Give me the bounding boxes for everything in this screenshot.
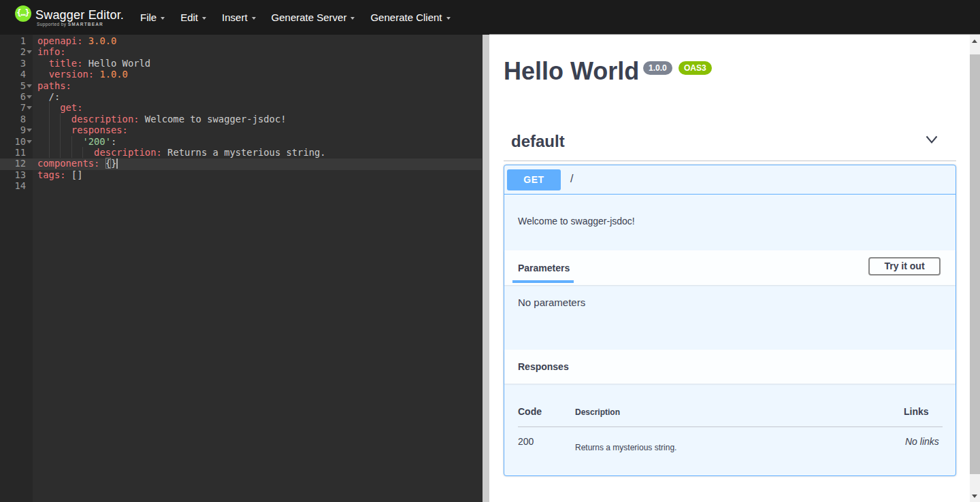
menu-insert-label: Insert — [222, 12, 248, 23]
fold-arrow-icon[interactable] — [27, 106, 32, 110]
editor-lines: 1openapi: 3.0.02info:3 title: Hello Worl… — [0, 35, 482, 192]
line-number: 5 — [0, 80, 26, 91]
caret-down-icon — [202, 17, 206, 20]
menu-insert[interactable]: Insert — [222, 12, 256, 23]
line-number: 3 — [0, 58, 26, 69]
code-text: description: Returns a mysterious string… — [37, 147, 326, 158]
code-text: /: — [37, 91, 60, 102]
operation-block — [504, 165, 956, 476]
responses-col-code: Code — [518, 406, 542, 417]
menu-generate-server-label: Generate Server — [272, 12, 347, 23]
fold-arrow-icon[interactable] — [27, 140, 32, 144]
code-line-4[interactable]: 4 version: 1.0.0 — [0, 69, 482, 80]
code-line-11[interactable]: 11 description: Returns a mysterious str… — [0, 147, 482, 158]
line-number: 2 — [0, 46, 26, 57]
caret-down-icon — [252, 17, 256, 20]
code-text: description: Welcome to swagger-jsdoc! — [37, 114, 287, 124]
tag-divider — [504, 161, 956, 161]
responses-col-description: Description — [575, 407, 620, 417]
code-line-8[interactable]: 8 description: Welcome to swagger-jsdoc! — [0, 114, 482, 124]
code-line-12[interactable]: 12components: {} — [0, 158, 482, 169]
tagline-prefix: Supported by — [37, 22, 68, 27]
menu-generate-server[interactable]: Generate Server — [272, 12, 355, 23]
menu-generate-client-label: Generate Client — [370, 12, 442, 23]
caret-down-icon — [446, 17, 451, 20]
responses-title: Responses — [518, 361, 569, 372]
code-text: get: — [37, 102, 82, 113]
code-text: responses: — [37, 124, 128, 135]
parameters-tab-underline — [512, 280, 574, 283]
oas3-badge: OAS3 — [679, 61, 712, 75]
menu-file-label: File — [140, 12, 157, 23]
menu-file[interactable]: File — [140, 12, 165, 23]
no-parameters-text: No parameters — [518, 297, 585, 308]
scrollbar-thumb[interactable] — [970, 54, 980, 474]
parameters-tab[interactable]: Parameters — [518, 263, 570, 273]
responses-table-divider — [518, 426, 943, 427]
api-title: Hello World — [504, 57, 639, 86]
fold-arrow-icon[interactable] — [27, 95, 32, 99]
code-line-5[interactable]: 5paths: — [0, 80, 482, 91]
fold-arrow-icon[interactable] — [27, 129, 32, 132]
line-number: 4 — [0, 69, 26, 80]
code-line-3[interactable]: 3 title: Hello World — [0, 58, 482, 69]
code-text: paths: — [37, 80, 71, 91]
operation-description: Welcome to swagger-jsdoc! — [518, 216, 635, 227]
code-text: info: — [37, 46, 66, 57]
response-code: 200 — [518, 436, 534, 447]
scrollbar-up-arrow[interactable] — [972, 39, 977, 43]
code-text: tags: [] — [37, 169, 82, 180]
code-line-14[interactable]: 14 — [0, 180, 482, 191]
line-number: 8 — [0, 114, 26, 124]
responses-col-links: Links — [904, 406, 929, 417]
collapse-chevron-icon[interactable] — [926, 135, 938, 144]
menu-generate-client[interactable]: Generate Client — [370, 12, 450, 23]
fold-arrow-icon[interactable] — [27, 84, 32, 88]
code-text: version: 1.0.0 — [37, 69, 128, 80]
fold-arrow-icon[interactable] — [27, 50, 32, 54]
code-line-7[interactable]: 7 get: — [0, 102, 482, 113]
operation-summary-border — [504, 194, 956, 195]
app-title[interactable]: Swagger Editor. — [35, 8, 124, 22]
response-description: Returns a mysterious string. — [575, 443, 676, 452]
line-number: 9 — [0, 124, 26, 135]
version-badge: 1.0.0 — [643, 61, 672, 75]
code-text: title: Hello World — [37, 58, 150, 69]
code-text: components: {} — [37, 158, 118, 170]
code-line-9[interactable]: 9 responses: — [0, 124, 482, 135]
code-line-1[interactable]: 1openapi: 3.0.0 — [0, 35, 482, 46]
line-number: 13 — [0, 169, 26, 180]
line-number: 11 — [0, 147, 26, 158]
line-number: 14 — [0, 180, 26, 191]
code-line-10[interactable]: 10 '200': — [0, 136, 482, 147]
try-it-out-button[interactable]: Try it out — [868, 257, 941, 275]
menu-edit-label: Edit — [180, 12, 198, 23]
menu-edit[interactable]: Edit — [180, 12, 206, 23]
line-number: 7 — [0, 102, 26, 113]
text-cursor — [116, 158, 118, 169]
tagline-brand: SMARTBEAR — [68, 22, 103, 27]
code-editor[interactable]: 1openapi: 3.0.02info:3 title: Hello Worl… — [0, 35, 483, 502]
code-text: openapi: 3.0.0 — [37, 35, 116, 46]
responses-header-band — [504, 350, 956, 384]
line-number: 12 — [0, 158, 26, 169]
menu-bar: File Edit Insert Generate Server Generat… — [140, 0, 451, 35]
tag-section-title[interactable]: default — [511, 132, 565, 151]
scrollbar-down-arrow[interactable] — [972, 495, 977, 498]
code-text: '200': — [37, 136, 116, 147]
get-method-button[interactable]: GET — [507, 169, 561, 190]
code-line-6[interactable]: 6 /: — [0, 91, 482, 102]
caret-down-icon — [350, 17, 355, 20]
app-tagline: Supported by SMARTBEAR — [37, 22, 103, 27]
caret-down-icon — [161, 17, 165, 20]
response-links: No links — [905, 436, 939, 447]
code-line-13[interactable]: 13tags: [] — [0, 169, 482, 180]
line-number: 6 — [0, 91, 26, 102]
code-line-2[interactable]: 2info: — [0, 46, 482, 57]
operation-path[interactable]: / — [570, 173, 573, 185]
line-number: 10 — [0, 136, 26, 147]
swagger-logo-icon[interactable]: {…} — [15, 5, 31, 22]
line-number: 1 — [0, 35, 26, 46]
